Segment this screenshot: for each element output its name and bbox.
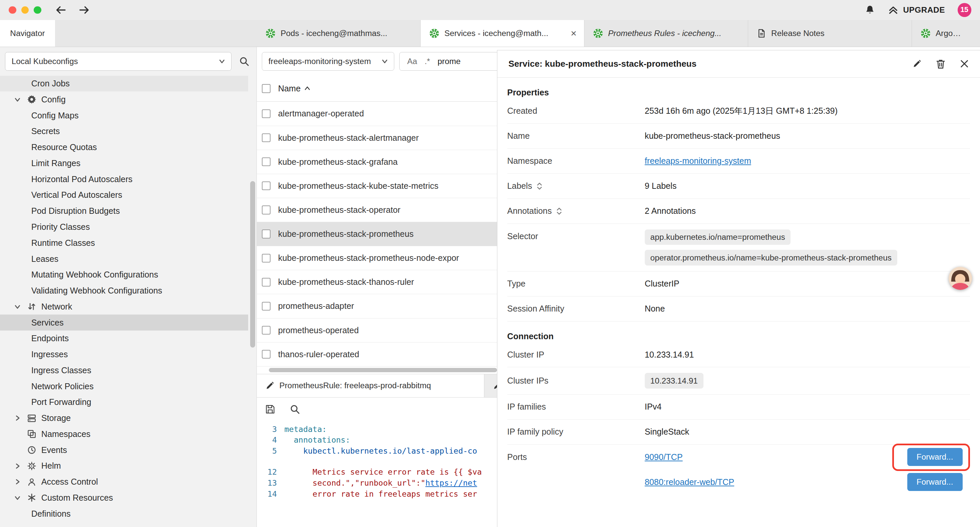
close-icon[interactable] bbox=[960, 59, 969, 68]
sidebar-item-leases[interactable]: Leases bbox=[0, 251, 248, 267]
sidebar-item-namespaces[interactable]: Namespaces bbox=[0, 426, 248, 442]
tab-pods-icecheng-mathmas[interactable]: Pods - icecheng@mathmas... bbox=[257, 20, 421, 47]
caret-down-icon[interactable] bbox=[12, 304, 22, 310]
sidebar-item-pod-disruption-budgets[interactable]: Pod Disruption Budgets bbox=[0, 203, 248, 219]
property-row-session-affinity: Session AffinityNone bbox=[508, 296, 970, 322]
close-window-button[interactable] bbox=[9, 6, 16, 14]
edit-icon[interactable] bbox=[913, 59, 921, 68]
name-column-header[interactable]: Name bbox=[278, 84, 310, 93]
freelens-icon bbox=[921, 29, 931, 38]
sidebar-scrollbar[interactable] bbox=[250, 181, 255, 347]
sidebar-item-label: Storage bbox=[41, 413, 71, 423]
sidebar-item-custom-resources[interactable]: Custom Resources bbox=[0, 490, 248, 506]
tab-prometheus-rules-icecheng[interactable]: Prometheus Rules - icecheng... bbox=[584, 20, 748, 47]
sidebar-item-storage[interactable]: Storage bbox=[0, 410, 248, 426]
sidebar-item-validating-webhook-configurations[interactable]: Validating Webhook Configurations bbox=[0, 283, 248, 299]
row-checkbox[interactable] bbox=[262, 205, 270, 214]
tab-services-icecheng-math[interactable]: Services - icecheng@math...× bbox=[421, 20, 584, 47]
bell-icon[interactable] bbox=[865, 5, 875, 15]
caret-right-icon[interactable] bbox=[12, 415, 22, 421]
select-all-checkbox[interactable] bbox=[262, 84, 270, 93]
row-checkbox[interactable] bbox=[262, 302, 270, 310]
property-label: IP family policy bbox=[508, 427, 645, 436]
traffic-lights bbox=[9, 6, 41, 14]
forward-button[interactable]: Forward... bbox=[907, 448, 963, 466]
property-label-text: Cluster IPs bbox=[508, 376, 549, 385]
drawer-body: PropertiesCreated253d 16h 6m ago (2025年1… bbox=[497, 78, 980, 527]
sidebar-item-cron-jobs[interactable]: Cron Jobs bbox=[0, 76, 248, 92]
sidebar-item-config-maps[interactable]: Config Maps bbox=[0, 107, 248, 123]
save-icon[interactable] bbox=[266, 404, 275, 414]
caret-down-icon[interactable] bbox=[12, 96, 22, 103]
row-checkbox[interactable] bbox=[262, 158, 270, 166]
forward-button[interactable]: Forward... bbox=[907, 473, 963, 491]
sidebar-item-network-policies[interactable]: Network Policies bbox=[0, 378, 248, 394]
delete-icon[interactable] bbox=[936, 59, 945, 69]
upgrade-button[interactable]: UPGRADE bbox=[888, 5, 945, 15]
kubeconfig-selector[interactable]: Local Kubeconfigs bbox=[5, 52, 231, 71]
editor-search-icon[interactable] bbox=[290, 404, 300, 414]
search-query-text: prome bbox=[438, 57, 461, 66]
case-sensitive-toggle[interactable]: Aa bbox=[407, 57, 417, 66]
sidebar-item-label: Ingress Classes bbox=[31, 366, 91, 375]
sidebar-item-horizontal-pod-autoscalers[interactable]: Horizontal Pod Autoscalers bbox=[0, 171, 248, 187]
back-arrow-icon[interactable] bbox=[55, 5, 66, 15]
caret-down-icon[interactable] bbox=[12, 495, 22, 501]
sidebar-item-secrets[interactable]: Secrets bbox=[0, 123, 248, 139]
minimize-window-button[interactable] bbox=[21, 6, 29, 14]
property-row-cluster-ips: Cluster IPs10.233.14.91 bbox=[508, 367, 970, 394]
sidebar-item-limit-ranges[interactable]: Limit Ranges bbox=[0, 155, 248, 172]
sidebar-item-ingresses[interactable]: Ingresses bbox=[0, 347, 248, 363]
tab-release-notes[interactable]: Release Notes bbox=[748, 20, 912, 47]
line-number: 13 bbox=[257, 478, 284, 488]
sidebar-item-events[interactable]: Events bbox=[0, 442, 248, 458]
property-row-name: Namekube-prometheus-stack-prometheus bbox=[508, 124, 970, 149]
sidebar-item-priority-classes[interactable]: Priority Classes bbox=[0, 219, 248, 235]
row-checkbox[interactable] bbox=[262, 182, 270, 190]
row-checkbox[interactable] bbox=[262, 110, 270, 118]
maximize-window-button[interactable] bbox=[34, 6, 41, 14]
code-text: Metrics service error rate is {{ $va bbox=[285, 467, 482, 477]
sidebar-item-services[interactable]: Services bbox=[0, 315, 248, 331]
sort-updown-icon[interactable] bbox=[556, 207, 562, 215]
horizontal-scrollbar-thumb[interactable] bbox=[269, 368, 497, 372]
sidebar-item-vertical-pod-autoscalers[interactable]: Vertical Pod Autoscalers bbox=[0, 187, 248, 203]
sidebar-item-resource-quotas[interactable]: Resource Quotas bbox=[0, 139, 248, 155]
row-checkbox[interactable] bbox=[262, 350, 270, 358]
row-checkbox[interactable] bbox=[262, 134, 270, 142]
namespace-selector[interactable]: freeleaps-monitoring-system bbox=[262, 52, 394, 71]
sidebar-item-access-control[interactable]: Access Control bbox=[0, 474, 248, 490]
row-checkbox[interactable] bbox=[262, 326, 270, 334]
navigator-panel-label[interactable]: Navigator bbox=[0, 20, 55, 47]
sidebar-item-runtime-classes[interactable]: Runtime Classes bbox=[0, 235, 248, 251]
sidebar-item-definitions[interactable]: Definitions bbox=[0, 506, 248, 522]
sidebar-item-config[interactable]: Config bbox=[0, 91, 248, 107]
namespace-link[interactable]: freeleaps-monitoring-system bbox=[645, 156, 751, 166]
row-checkbox[interactable] bbox=[262, 229, 270, 238]
sidebar-item-helm[interactable]: Helm bbox=[0, 458, 248, 474]
sidebar-item-ingress-classes[interactable]: Ingress Classes bbox=[0, 362, 248, 378]
dock-tab-prometheusrule-freeleaps-prod-rabbitmq[interactable]: PrometheusRule: freeleaps-prod-rabbitmq bbox=[257, 374, 484, 397]
row-checkbox[interactable] bbox=[262, 278, 270, 287]
clock-icon bbox=[26, 446, 38, 454]
caret-right-icon[interactable] bbox=[12, 463, 22, 469]
sort-updown-icon[interactable] bbox=[536, 182, 543, 191]
port-link[interactable]: 9090/TCP bbox=[645, 452, 683, 462]
port-link[interactable]: 8080:reloader-web/TCP bbox=[645, 477, 734, 487]
row-checkbox[interactable] bbox=[262, 254, 270, 263]
search-icon[interactable] bbox=[239, 56, 249, 66]
tab-label: Services - icecheng@math... bbox=[444, 29, 565, 38]
caret-right-icon[interactable] bbox=[12, 479, 22, 485]
close-tab-icon[interactable]: × bbox=[570, 28, 578, 39]
sidebar-item-port-forwarding[interactable]: Port Forwarding bbox=[0, 394, 248, 410]
sidebar-item-label: Validating Webhook Configurations bbox=[31, 286, 162, 296]
sidebar-item-endpoints[interactable]: Endpoints bbox=[0, 331, 248, 347]
tab-argo-se[interactable]: Argo Se bbox=[912, 20, 968, 47]
avatar[interactable] bbox=[949, 267, 972, 290]
notification-count-badge[interactable]: 15 bbox=[958, 3, 971, 17]
sidebar-item-network[interactable]: Network bbox=[0, 299, 248, 315]
property-value: 10.233.14.91 bbox=[645, 350, 970, 360]
regex-toggle[interactable]: .* bbox=[425, 57, 430, 66]
sidebar-item-mutating-webhook-configurations[interactable]: Mutating Webhook Configurations bbox=[0, 267, 248, 283]
forward-arrow-icon[interactable] bbox=[79, 5, 90, 15]
